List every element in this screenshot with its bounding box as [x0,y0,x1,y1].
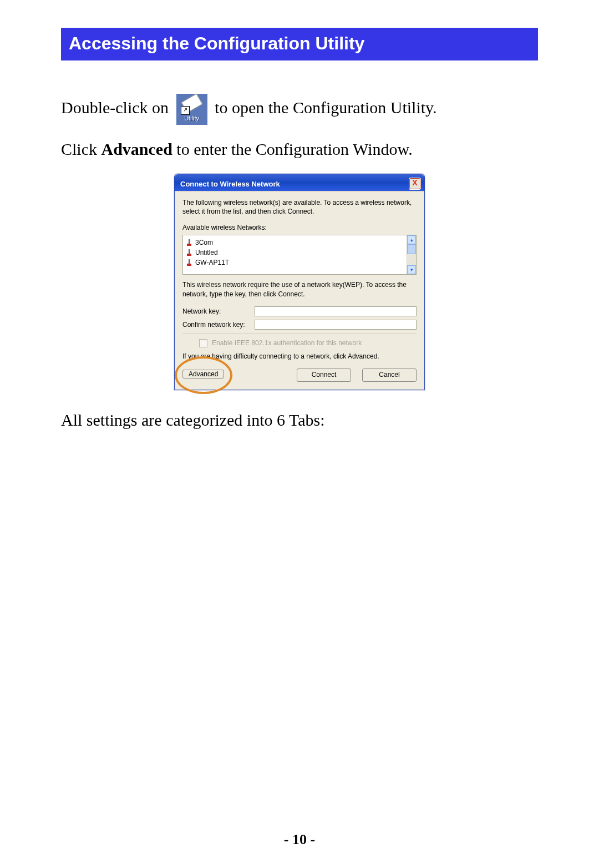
paragraph-click-advanced: Click Advanced to enter the Configuratio… [61,136,538,163]
available-networks-listbox[interactable]: 3Com Untitled GW-AP11T ▴ ▾ [182,235,417,275]
wep-info-text: This wireless network require the use of… [182,280,417,298]
text: to enter the Configuration Window. [176,140,412,158]
confirm-key-label: Confirm network key: [182,321,249,329]
dialog-title: Connect to Wireless Network [180,180,280,188]
list-item[interactable]: Untitled [184,248,415,258]
network-name: 3Com [195,239,213,246]
network-icon [186,249,192,256]
utility-icon-label: Utility [176,114,207,124]
cancel-button[interactable]: Cancel [362,369,417,382]
scroll-up-icon[interactable]: ▴ [407,235,416,244]
checkbox-icon[interactable] [199,339,207,347]
text-bold-advanced: Advanced [101,140,172,158]
paragraph-open-utility: Double-click on ↗ Utility to open the Co… [61,94,538,125]
scroll-down-icon[interactable]: ▾ [407,265,416,274]
network-name: Untitled [195,249,218,256]
list-item[interactable]: GW-AP11T [184,258,415,268]
scroll-thumb[interactable] [407,244,416,254]
ieee-checkbox-label: Enable IEEE 802.1x authentication for th… [212,339,362,347]
text: Click [61,140,101,158]
dialog-intro-text: The following wireless network(s) are av… [182,198,417,216]
scrollbar[interactable]: ▴ ▾ [407,235,416,274]
difficulty-text: If you are having difficulty connecting … [182,352,417,361]
page-number: - 10 - [0,831,599,848]
utility-desktop-icon: ↗ Utility [176,94,207,125]
network-key-label: Network key: [182,307,249,315]
close-button[interactable]: X [409,178,421,190]
list-item[interactable]: 3Com [184,238,415,248]
confirm-key-input[interactable] [255,320,417,330]
ieee-checkbox-row[interactable]: Enable IEEE 802.1x authentication for th… [199,339,417,347]
available-networks-label: Available wireless Networks: [182,224,417,231]
network-key-input[interactable] [255,306,417,316]
section-header: Accessing the Configuration Utility [61,28,538,60]
network-icon [186,239,192,246]
dialog-titlebar: Connect to Wireless Network X [175,174,424,191]
text: to open the Configuration Utility. [215,98,437,117]
connect-wireless-dialog: Connect to Wireless Network X The follow… [174,174,425,390]
text: Double-click on [61,98,173,117]
network-icon [186,259,192,266]
divider [182,333,417,334]
network-name: GW-AP11T [195,259,229,266]
paragraph-six-tabs: All settings are categorized into 6 Tabs… [61,407,538,433]
advanced-button[interactable]: Advanced [182,370,224,379]
connect-button[interactable]: Connect [297,369,351,382]
